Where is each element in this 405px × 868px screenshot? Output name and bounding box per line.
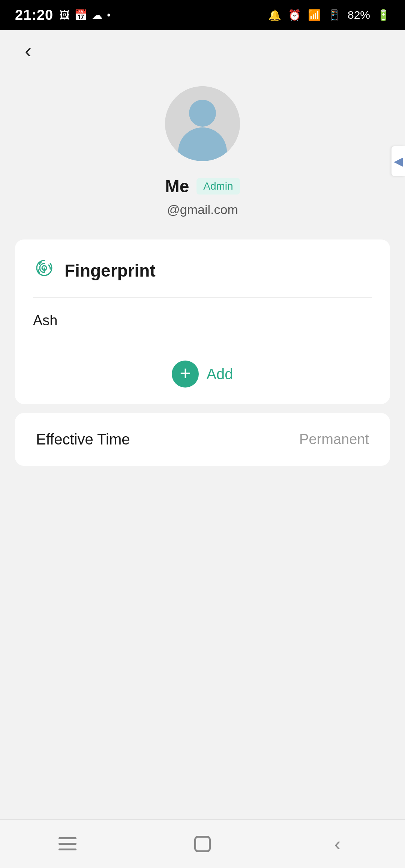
add-button-row: + Add xyxy=(15,344,390,404)
battery-icon: 🔋 xyxy=(377,9,390,21)
profile-section: ◀ Me Admin @gmail.com xyxy=(0,71,405,239)
right-tab[interactable]: ◀ xyxy=(392,146,405,176)
back-chevron-icon: ‹ xyxy=(25,40,32,61)
add-label: Add xyxy=(206,366,233,383)
recent-icon xyxy=(58,837,76,850)
bottom-nav: ‹ xyxy=(0,819,405,868)
status-bar-left: 21:20 🖼 📅 ☁ • xyxy=(15,7,111,23)
fingerprint-item-name: Ash xyxy=(33,313,57,328)
cloud-icon: ☁ xyxy=(92,9,102,21)
fingerprint-item[interactable]: Ash xyxy=(15,298,390,344)
back-nav-button[interactable]: ‹ xyxy=(315,829,360,859)
add-plus-icon: + xyxy=(180,364,191,383)
avatar-circle xyxy=(165,86,240,161)
profile-name-row: Me Admin xyxy=(165,176,240,196)
alarm-icon: ⏰ xyxy=(288,9,301,21)
status-time: 21:20 xyxy=(15,7,53,23)
status-icons-left: 🖼 📅 ☁ • xyxy=(59,9,111,21)
person-head-icon xyxy=(189,100,216,127)
avatar xyxy=(165,86,240,161)
battery-text: 82% xyxy=(348,9,370,21)
fingerprint-title: Fingerprint xyxy=(64,260,156,281)
fingerprint-header: Fingerprint xyxy=(15,239,390,297)
back-button[interactable]: ‹ xyxy=(15,37,41,64)
effective-time-card[interactable]: Effective Time Permanent xyxy=(15,413,390,466)
cards-section: Fingerprint Ash + Add Effective Time Per… xyxy=(0,239,405,466)
dot-icon: • xyxy=(107,9,111,21)
signal-icon: 📱 xyxy=(328,9,341,21)
fingerprint-icon xyxy=(33,257,56,284)
admin-badge: Admin xyxy=(196,178,240,195)
status-bar-right: 🔔 ⏰ 📶 📱 82% 🔋 xyxy=(268,9,390,21)
profile-name: Me xyxy=(165,176,189,196)
back-nav-icon: ‹ xyxy=(334,833,340,855)
person-body-icon xyxy=(178,127,227,161)
top-nav: ‹ xyxy=(0,30,405,71)
recent-button[interactable] xyxy=(45,829,90,859)
add-fingerprint-button[interactable]: + xyxy=(172,361,199,388)
wifi-icon: 📶 xyxy=(308,9,321,21)
security-icon: 🔔 xyxy=(268,9,281,21)
right-tab-arrow-icon: ◀ xyxy=(394,154,403,168)
home-icon xyxy=(194,836,211,852)
home-button[interactable] xyxy=(180,829,225,859)
calendar-icon: 📅 xyxy=(74,9,87,21)
effective-time-value: Permanent xyxy=(299,431,369,447)
fingerprint-card: Fingerprint Ash + Add xyxy=(15,239,390,404)
effective-time-label: Effective Time xyxy=(36,431,130,448)
photo-icon: 🖼 xyxy=(59,9,70,21)
status-bar: 21:20 🖼 📅 ☁ • 🔔 ⏰ 📶 📱 82% 🔋 xyxy=(0,0,405,30)
profile-email: @gmail.com xyxy=(167,202,238,217)
